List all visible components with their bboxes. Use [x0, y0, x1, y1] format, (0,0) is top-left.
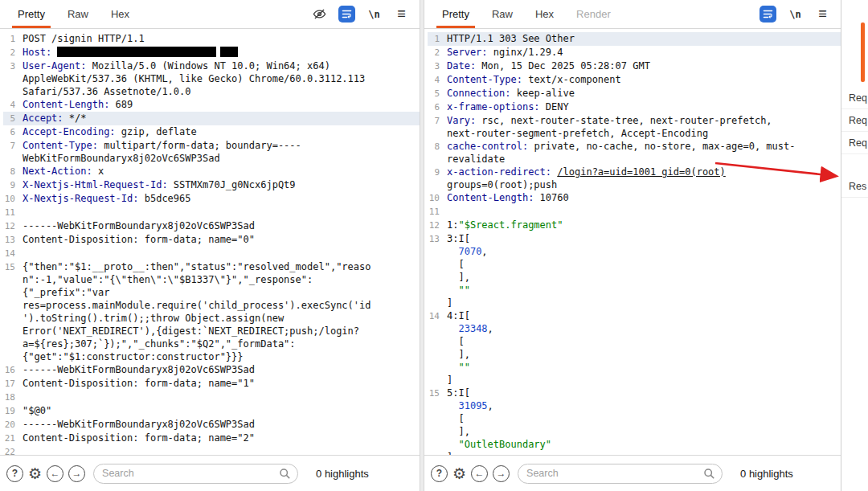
line-text: POST /signin HTTP/1.1 [23, 32, 145, 46]
tab-render[interactable]: Render [565, 0, 622, 28]
response-search-field [518, 464, 723, 484]
code-line[interactable]: 133:I[ 7070, [ ], "" ] [428, 232, 841, 309]
code-line[interactable]: 17Content-Disposition: form-data; name="… [3, 377, 420, 391]
request-search-field [93, 464, 298, 484]
response-panel: PrettyRawHexRender \n ≡ 1HTTP/1.1 303 Se… [424, 0, 841, 491]
request-tabbar: PrettyRawHex \n ≡ [0, 0, 420, 29]
inspector-item[interactable]: Req [841, 132, 868, 154]
code-line[interactable]: 2Server: nginx/1.29.4 [428, 46, 841, 59]
settings-button[interactable]: ⚙ [452, 466, 466, 481]
code-line[interactable]: 10X-Nextjs-Request-Id: b5dce965 [3, 192, 420, 206]
code-line[interactable]: 11 [428, 205, 841, 219]
code-line[interactable]: 121:"$Sreact.fragment" [428, 219, 841, 232]
request-search-bar: ? ⚙ ← → 0 highlights [0, 455, 420, 491]
code-line[interactable]: 1POST /signin HTTP/1.1 [3, 32, 420, 46]
hide-eye-icon[interactable] [311, 6, 328, 23]
code-line[interactable]: 11 [3, 206, 420, 219]
code-line[interactable]: 155:I[ 31095, [ ], "OutletBoundary" ] [428, 387, 841, 455]
code-line[interactable]: 9x-action-redirect: /login?a=uid=1001 gi… [428, 166, 841, 191]
code-line[interactable]: 8Next-Action: x [3, 165, 420, 178]
response-toolbar-icons: \n ≡ [760, 6, 841, 23]
settings-button[interactable]: ⚙ [28, 466, 42, 481]
tab-pretty[interactable]: Pretty [431, 0, 481, 28]
line-number: 11 [428, 205, 447, 219]
line-number: 21 [3, 432, 23, 445]
line-number: 9 [428, 166, 447, 191]
line-number: 10 [428, 191, 447, 205]
code-line[interactable]: 15{"then":"$1:__proto__:then","status":"… [3, 260, 420, 363]
code-line[interactable]: 5Connection: keep-alive [428, 87, 841, 100]
menu-icon[interactable]: ≡ [814, 6, 831, 23]
help-button[interactable]: ? [6, 465, 23, 482]
line-text: Content-Disposition: form-data; name="1" [23, 377, 255, 391]
line-text: X-Nextjs-Request-Id: b5dce965 [23, 192, 191, 206]
next-match-button[interactable]: → [68, 465, 85, 482]
line-text: Vary: rsc, next-router-state-tree, next-… [447, 114, 795, 140]
code-line[interactable]: 7Content-Type: multipart/form-data; boun… [3, 139, 420, 165]
code-line[interactable]: 6Accept-Encoding: gzip, deflate [3, 125, 420, 139]
line-text: 1:"$Sreact.fragment" [447, 219, 563, 232]
code-line[interactable]: 4Content-Type: text/x-component [428, 73, 841, 87]
help-button[interactable]: ? [431, 465, 448, 482]
menu-icon[interactable]: ≡ [393, 6, 410, 23]
code-line[interactable]: 21Content-Disposition: form-data; name="… [3, 432, 420, 445]
next-match-button[interactable]: → [493, 465, 510, 482]
tab-raw[interactable]: Raw [481, 0, 524, 28]
arrow-left-icon: ← [475, 468, 485, 479]
code-line[interactable]: 3Date: Mon, 15 Dec 2025 05:28:07 GMT [428, 59, 841, 73]
wrap-lines-icon[interactable] [338, 6, 355, 23]
code-line[interactable]: 20------WebKitFormBoundaryx8j02oVc6SWP3S… [3, 418, 420, 432]
tab-hex[interactable]: Hex [100, 0, 141, 28]
prev-match-button[interactable]: ← [47, 465, 63, 482]
line-number: 7 [3, 139, 23, 165]
code-line[interactable]: 3User-Agent: Mozilla/5.0 (Windows NT 10.… [3, 59, 420, 98]
line-text: Content-Length: 689 [23, 98, 133, 112]
request-editor[interactable]: 1POST /signin HTTP/1.12Host: 3User-Agent… [0, 30, 420, 455]
code-line[interactable]: 1HTTP/1.1 303 See Other [428, 32, 841, 46]
response-editor[interactable]: 1HTTP/1.1 303 See Other2Server: nginx/1.… [424, 30, 841, 455]
line-number: 10 [3, 192, 23, 206]
code-line[interactable]: 9X-Nextjs-Html-Request-Id: SSTMXm70J_g0N… [3, 178, 420, 192]
newline-icon[interactable]: \n [366, 6, 383, 23]
line-number: 1 [3, 32, 23, 46]
line-text: Accept-Encoding: gzip, deflate [23, 125, 197, 139]
code-line[interactable]: 14 [3, 247, 420, 260]
code-line[interactable]: 4Content-Length: 689 [3, 98, 420, 112]
line-text: HTTP/1.1 303 See Other [447, 32, 575, 46]
line-number: 19 [3, 404, 23, 418]
code-line[interactable]: 8cache-control: private, no-cache, no-st… [428, 140, 841, 166]
inspector-accent-bar [861, 23, 865, 82]
code-line[interactable]: 2Host: [3, 46, 420, 59]
tab-raw[interactable]: Raw [56, 0, 100, 28]
line-text: Next-Action: x [23, 165, 104, 178]
line-text: ------WebKitFormBoundaryx8j02oVc6SWP3Sad [23, 363, 255, 377]
request-toolbar-icons: \n ≡ [311, 6, 420, 23]
inspector-item[interactable]: Req [841, 87, 868, 109]
line-number: 4 [3, 98, 23, 112]
code-line[interactable]: 18 [3, 391, 420, 404]
line-text: User-Agent: Mozilla/5.0 (Windows NT 10.0… [23, 59, 371, 98]
code-line[interactable]: 19"$@0" [3, 404, 420, 418]
code-line[interactable]: 22 [3, 445, 420, 455]
code-line[interactable]: 12------WebKitFormBoundaryx8j02oVc6SWP3S… [3, 219, 420, 233]
newline-icon[interactable]: \n [787, 6, 804, 23]
inspector-item[interactable]: Req [841, 109, 868, 132]
line-text: Host: [23, 46, 238, 59]
search-input[interactable] [518, 464, 723, 484]
line-text: 5:I[ 31095, [ ], "OutletBoundary" ] [447, 387, 551, 455]
prev-match-button[interactable]: ← [471, 465, 488, 482]
code-line[interactable]: 16------WebKitFormBoundaryx8j02oVc6SWP3S… [3, 363, 420, 377]
code-line[interactable]: 5Accept: */* [3, 112, 420, 125]
search-input[interactable] [93, 464, 298, 484]
tab-pretty[interactable]: Pretty [6, 0, 56, 28]
code-line[interactable]: 7Vary: rsc, next-router-state-tree, next… [428, 114, 841, 140]
code-line[interactable]: 13Content-Disposition: form-data; name="… [3, 233, 420, 247]
tab-hex[interactable]: Hex [524, 0, 565, 28]
inspector-item[interactable]: Res [841, 175, 868, 198]
response-search-bar: ? ⚙ ← → 0 highlights [424, 455, 841, 491]
line-number: 9 [3, 178, 23, 192]
code-line[interactable]: 144:I[ 23348, [ ], "" ] [428, 309, 841, 387]
wrap-lines-icon[interactable] [760, 6, 776, 23]
code-line[interactable]: 10Content-Length: 10760 [428, 191, 841, 205]
code-line[interactable]: 6x-frame-options: DENY [428, 100, 841, 114]
